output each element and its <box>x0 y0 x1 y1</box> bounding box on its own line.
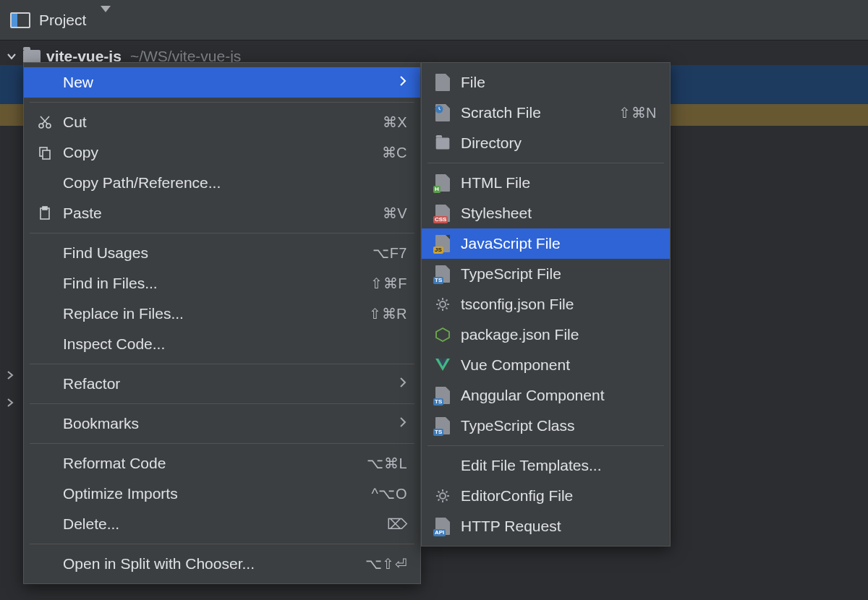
menu-label: HTML File <box>461 174 657 192</box>
paste-icon <box>37 205 53 221</box>
menu-label: New <box>63 74 388 91</box>
folder-icon <box>435 135 451 151</box>
project-tool-label[interactable]: Project <box>39 12 86 29</box>
css-file-icon: CSS <box>435 205 451 221</box>
menu-item-find-usages[interactable]: Find Usages ⌥F7 <box>24 238 420 268</box>
vue-icon <box>435 357 451 373</box>
menu-label: Optimize Imports <box>63 485 362 502</box>
menu-label: Vue Component <box>461 356 657 374</box>
menu-item-copy-path[interactable]: Copy Path/Reference... <box>24 168 420 198</box>
menu-label: Anggular Component <box>461 387 657 404</box>
menu-label: Delete... <box>63 515 377 533</box>
svg-rect-5 <box>43 207 47 210</box>
menu-shortcut: ⌥⌘L <box>367 455 407 472</box>
spacer-icon <box>37 175 53 191</box>
menu-item-paste[interactable]: Paste ⌘V <box>24 198 420 228</box>
tsconfig-icon <box>435 296 451 312</box>
menu-shortcut: ⇧⌘N <box>618 104 657 121</box>
menu-item-new-editorconfig[interactable]: EditorConfig File <box>422 481 670 511</box>
menu-label: Edit File Templates... <box>461 457 657 474</box>
menu-item-new-file[interactable]: File <box>422 67 670 98</box>
menu-label: tsconfig.json File <box>461 296 657 313</box>
spacer-icon <box>37 556 53 572</box>
spacer-icon <box>37 516 53 532</box>
menu-separator <box>30 443 414 444</box>
cut-icon <box>37 114 53 130</box>
menu-shortcut: ⌘V <box>383 205 407 222</box>
menu-label: Refactor <box>63 375 388 393</box>
menu-item-new-typescript[interactable]: TS TypeScript File <box>422 259 670 289</box>
menu-label: JavaScript File <box>461 235 657 252</box>
folder-icon <box>23 50 41 64</box>
project-dropdown[interactable] <box>101 12 111 28</box>
menu-item-bookmarks[interactable]: Bookmarks <box>24 408 420 439</box>
gutter-fold-chevron[interactable] <box>4 369 16 385</box>
menu-item-inspect-code[interactable]: Inspect Code... <box>24 329 420 359</box>
menu-item-new[interactable]: New <box>24 67 420 98</box>
http-file-icon: API <box>435 518 451 534</box>
menu-label: Bookmarks <box>63 415 388 432</box>
menu-shortcut: ⌘X <box>383 113 407 131</box>
menu-separator <box>30 233 414 233</box>
svg-point-7 <box>440 301 446 307</box>
menu-item-new-angular[interactable]: TS Anggular Component <box>422 380 670 411</box>
spacer-icon <box>37 416 53 432</box>
menu-label: Cut <box>63 113 373 131</box>
menu-item-replace-in-files[interactable]: Replace in Files... ⇧⌘R <box>24 299 420 329</box>
svg-marker-8 <box>436 328 449 341</box>
menu-item-new-html[interactable]: H HTML File <box>422 168 670 198</box>
svg-point-9 <box>440 493 446 499</box>
menu-label: TypeScript File <box>461 265 657 283</box>
gutter-fold-chevron[interactable] <box>4 396 16 412</box>
project-context-menu: New Cut ⌘X Copy ⌘C Copy Path/Reference..… <box>23 62 421 584</box>
menu-label: Find in Files... <box>63 275 360 292</box>
menu-shortcut: ⇧⌘F <box>370 275 407 292</box>
ts-file-icon: TS <box>435 266 451 282</box>
menu-item-reformat-code[interactable]: Reformat Code ⌥⌘L <box>24 448 420 479</box>
menu-item-copy[interactable]: Copy ⌘C <box>24 137 420 168</box>
menu-item-delete[interactable]: Delete... ⌦ <box>24 509 420 539</box>
menu-item-new-stylesheet[interactable]: CSS Stylesheet <box>422 198 670 228</box>
menu-item-new-directory[interactable]: Directory <box>422 128 670 158</box>
menu-label: Scratch File <box>461 104 608 121</box>
menu-label: Paste <box>63 205 373 222</box>
menu-item-new-vue[interactable]: Vue Component <box>422 350 670 380</box>
menu-label: EditorConfig File <box>461 487 657 505</box>
menu-item-new-http-request[interactable]: API HTTP Request <box>422 511 670 541</box>
menu-item-cut[interactable]: Cut ⌘X <box>24 107 420 137</box>
menu-label: HTTP Request <box>461 518 657 535</box>
spacer-icon <box>37 336 53 352</box>
menu-item-new-javascript[interactable]: JS JavaScript File <box>422 228 670 259</box>
menu-item-open-split[interactable]: Open in Split with Chooser... ⌥⇧⏎ <box>24 549 420 579</box>
chevron-down-icon[interactable] <box>6 51 17 62</box>
spacer-icon <box>37 245 53 261</box>
menu-label: Reformat Code <box>63 455 357 472</box>
menu-shortcut: ^⌥O <box>372 485 407 502</box>
menu-item-optimize-imports[interactable]: Optimize Imports ^⌥O <box>24 479 420 509</box>
ts-file-icon: TS <box>435 387 451 403</box>
menu-separator <box>427 445 664 446</box>
menu-shortcut: ⌦ <box>387 515 408 533</box>
nodejs-icon <box>435 327 451 343</box>
menu-item-refactor[interactable]: Refactor <box>24 369 420 399</box>
spacer-icon <box>37 486 53 502</box>
menu-label: Copy <box>63 144 372 161</box>
spacer-icon <box>37 376 53 392</box>
menu-label: Directory <box>461 134 657 152</box>
project-view-icon <box>10 12 30 28</box>
spacer-icon <box>37 275 53 291</box>
menu-label: Stylesheet <box>461 205 657 222</box>
menu-label: Copy Path/Reference... <box>63 174 407 192</box>
chevron-right-icon <box>399 376 407 392</box>
menu-item-new-package-json[interactable]: package.json File <box>422 320 670 350</box>
new-file-submenu: File Scratch File ⇧⌘N Directory H HTML F… <box>421 62 671 547</box>
chevron-right-icon <box>399 74 407 90</box>
menu-separator <box>30 403 414 404</box>
menu-item-new-tsconfig[interactable]: tsconfig.json File <box>422 289 670 320</box>
menu-item-new-ts-class[interactable]: TS TypeScript Class <box>422 411 670 441</box>
menu-item-find-in-files[interactable]: Find in Files... ⇧⌘F <box>24 268 420 299</box>
scratch-file-icon <box>435 105 451 121</box>
menu-separator <box>30 364 414 364</box>
menu-item-new-scratch[interactable]: Scratch File ⇧⌘N <box>422 98 670 128</box>
menu-item-edit-templates[interactable]: Edit File Templates... <box>422 450 670 481</box>
